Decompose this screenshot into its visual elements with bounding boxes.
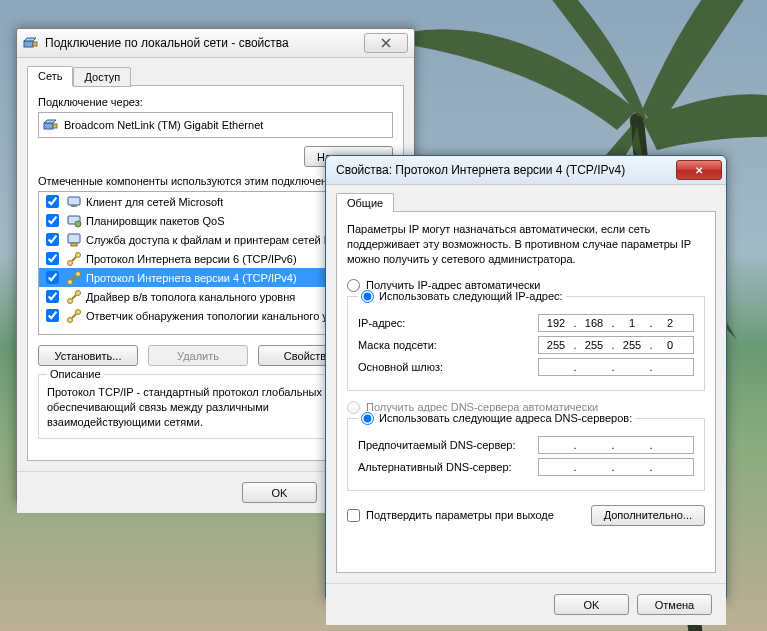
dns2-label: Альтернативный DNS-сервер: [358,461,538,473]
connect-using-label: Подключение через: [38,96,393,108]
gateway-label: Основной шлюз: [358,361,538,373]
adapter-name: Broadcom NetLink (TM) Gigabit Ethernet [64,119,263,131]
adapter-field[interactable]: Broadcom NetLink (TM) Gigabit Ethernet [38,112,393,138]
oct: 0 [653,339,687,351]
radio-ip-manual-input[interactable] [361,290,374,303]
oct: 2 [653,317,687,329]
svg-point-17 [76,309,81,314]
tab-panel-general: Параметры IP могут назначаться автоматич… [336,211,716,573]
oct: 255 [615,339,649,351]
tabstrip: Сеть Доступ [27,66,404,86]
svg-point-7 [75,221,81,227]
item-label: Ответчик обнаружения топологии канальног… [86,310,358,322]
ipv4-properties-dialog: Свойства: Протокол Интернета версии 4 (T… [325,155,727,602]
close-button[interactable] [364,33,408,53]
svg-point-16 [68,317,73,322]
svg-rect-3 [53,124,57,128]
ip-address-input[interactable]: 192. 168. 1. 2 [538,314,694,332]
qos-icon [66,213,82,229]
remove-button: Удалить [148,345,248,366]
oct: 168 [577,317,611,329]
install-button[interactable]: Установить... [38,345,138,366]
close-button[interactable]: ✕ [676,160,722,180]
svg-point-14 [68,298,73,303]
gateway-input[interactable]: . . . [538,358,694,376]
item-checkbox[interactable] [46,290,59,303]
protocol-icon [66,251,82,267]
svg-point-12 [68,279,73,284]
network-adapter-icon [23,35,39,51]
description-title: Описание [47,368,104,380]
tabstrip: Общие [336,193,716,212]
item-checkbox[interactable] [46,271,59,284]
item-checkbox[interactable] [46,233,59,246]
svg-point-11 [76,252,81,257]
info-paragraph: Параметры IP могут назначаться автоматич… [347,222,705,267]
item-label: Протокол Интернета версии 6 (TCP/IPv6) [86,253,297,265]
protocol-icon [66,270,82,286]
radio-label: Использовать следующий IP-адрес: [379,290,563,302]
svg-point-13 [76,271,81,276]
ok-button[interactable]: OK [242,482,317,503]
ip-label: IP-адрес: [358,317,538,329]
radio-dns-manual-input[interactable] [361,412,374,425]
svg-rect-9 [71,243,77,246]
tab-sharing[interactable]: Доступ [73,67,131,87]
svg-rect-0 [24,41,33,47]
dns-manual-group: Использовать следующие адреса DNS-сервер… [347,418,705,491]
svg-rect-2 [44,123,53,129]
alternate-dns-input[interactable]: . . . [538,458,694,476]
validate-label: Подтвердить параметры при выходе [366,509,554,521]
tab-network[interactable]: Сеть [27,66,73,86]
dns1-label: Предпочитаемый DNS-сервер: [358,439,538,451]
subnet-mask-input[interactable]: 255. 255. 255. 0 [538,336,694,354]
item-label: Клиент для сетей Microsoft [86,196,223,208]
oct: 1 [615,317,649,329]
client-icon [66,194,82,210]
item-label: Планировщик пакетов QoS [86,215,225,227]
oct: 192 [539,317,573,329]
oct: 255 [539,339,573,351]
titlebar[interactable]: Подключение по локальной сети - свойства [17,29,414,58]
item-label: Протокол Интернета версии 4 (TCP/IPv4) [86,272,297,284]
titlebar[interactable]: Свойства: Протокол Интернета версии 4 (T… [326,156,726,185]
dialog-footer: OK Отмена [326,583,726,625]
dialog-title: Свойства: Протокол Интернета версии 4 (T… [336,163,625,177]
item-checkbox[interactable] [46,309,59,322]
svg-rect-8 [68,234,80,243]
svg-rect-5 [71,205,77,207]
validate-checkbox[interactable] [347,509,360,522]
mask-label: Маска подсети: [358,339,538,351]
validate-checkbox-row[interactable]: Подтвердить параметры при выходе [347,509,554,522]
tab-general[interactable]: Общие [336,193,394,212]
ok-button[interactable]: OK [554,594,629,615]
item-label: Драйвер в/в тополога канального уровня [86,291,295,303]
svg-rect-1 [33,42,37,46]
protocol-icon [66,289,82,305]
cancel-button[interactable]: Отмена [637,594,712,615]
svg-point-15 [76,290,81,295]
advanced-button[interactable]: Дополнительно... [591,505,705,526]
dialog-title: Подключение по локальной сети - свойства [45,36,289,50]
item-checkbox[interactable] [46,252,59,265]
svg-point-10 [68,260,73,265]
oct: 255 [577,339,611,351]
nic-icon [43,117,59,133]
ip-manual-group: Использовать следующий IP-адрес: IP-адре… [347,296,705,391]
radio-label: Использовать следующие адреса DNS-сервер… [379,412,632,424]
file-sharing-icon [66,232,82,248]
item-checkbox[interactable] [46,195,59,208]
item-checkbox[interactable] [46,214,59,227]
svg-rect-4 [68,197,80,205]
protocol-icon [66,308,82,324]
preferred-dns-input[interactable]: . . . [538,436,694,454]
